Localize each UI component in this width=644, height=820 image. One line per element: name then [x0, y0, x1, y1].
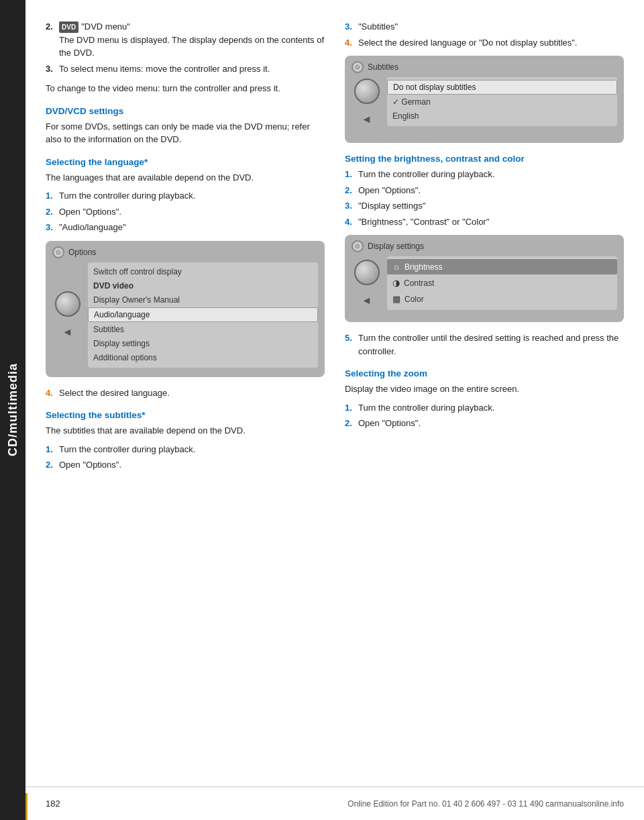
contrast-icon: ◑ [392, 278, 400, 288]
knob-area: ◄ [52, 262, 83, 368]
right-step3-list: 3. "Subtitles" 4. Select the desired lan… [345, 20, 624, 49]
lang-step2-text: Open "Options". [59, 205, 121, 219]
options-title: Options [68, 248, 96, 257]
zoom-desc: Display the video image on the entire sc… [345, 382, 624, 396]
subtitles-step-1: 1. Turn the controller during playback. [46, 443, 325, 456]
display-screenshot: ⊙ Display settings ◄ ☼ Brightness ◑ Cont… [345, 235, 624, 322]
right-step3-text: "Subtitles" [358, 20, 398, 34]
dvd-vcd-heading: DVD/VCD settings [46, 106, 325, 116]
zoom-step-1: 1. Turn the controller during playback. [345, 401, 624, 415]
footer-copyright: Online Edition for Part no. 01 40 2 606 … [347, 799, 624, 809]
step2-list: 2. DVD"DVD menu" The DVD menu is display… [46, 20, 325, 75]
display-inner: ◄ ☼ Brightness ◑ Contrast ▦ Color [352, 256, 617, 310]
right-step4-item: 4. Select the desired language or "Do no… [345, 36, 624, 50]
subtitles-menu-panel: Do not display subtitles German English [387, 77, 617, 126]
brightness-step4-num: 4. [345, 215, 354, 229]
options-screenshot: ⊙ Options ◄ Switch off control display D… [46, 241, 325, 377]
zoom-step-2: 2. Open "Options". [345, 417, 624, 430]
subtitle-english: English [387, 109, 617, 123]
menu-switch-off: Switch off control display [88, 265, 318, 278]
brightness-step1-text: Turn the controller during playback. [358, 168, 494, 181]
step4-item: 4. Select the desired language. [46, 387, 325, 400]
footer-copyright-text: Online Edition for Part no. 01 40 2 606 … [347, 799, 543, 809]
subtitles-screenshot: ⊙ Subtitles ◄ Do not display subtitles G… [345, 56, 624, 143]
brightness-step3-num: 3. [345, 199, 354, 213]
step4-text: Select the desired language. [59, 387, 170, 400]
display-menu-panel: ☼ Brightness ◑ Contrast ▦ Color [387, 256, 617, 310]
options-icon: ⊙ [52, 246, 64, 258]
lang-steps: 1. Turn the controller during playback. … [46, 189, 325, 234]
right-step4-text: Select the desired language or "Do not d… [358, 36, 577, 50]
display-knob [354, 260, 380, 285]
brightness-step3-text: "Display settings" [358, 199, 425, 213]
knob [55, 291, 80, 317]
menu-display-owners: Display Owner's Manual [88, 293, 318, 307]
display-brightness: ☼ Brightness [387, 259, 617, 274]
arrow-left: ◄ [62, 326, 73, 338]
display-icon: ⊙ [352, 240, 364, 252]
right-column: 3. "Subtitles" 4. Select the desired lan… [345, 20, 624, 478]
step2-desc: The DVD menu is displayed. The display d… [59, 35, 324, 58]
display-titlebar: ⊙ Display settings [352, 240, 617, 252]
subtitles-steps: 1. Turn the controller during playback. … [46, 443, 325, 472]
menu-audio-language: Audio/language [88, 307, 318, 322]
subtitles-step2-text: Open "Options". [59, 458, 121, 472]
subtitles-knob [354, 79, 380, 104]
subtitles-step-2: 2. Open "Options". [46, 458, 325, 472]
zoom-step1-text: Turn the controller during playback. [358, 401, 494, 415]
page-number: 182 [46, 799, 60, 809]
subtitles-icon: ⊙ [352, 61, 364, 73]
lang-step-2: 2. Open "Options". [46, 205, 325, 219]
step3-item: 3. To select menu items: move the contro… [46, 62, 325, 76]
menu-subtitles: Subtitles [88, 323, 318, 336]
color-icon: ▦ [392, 294, 400, 304]
right-step3-num: 3. [345, 20, 354, 34]
zoom-step2-text: Open "Options". [358, 417, 421, 430]
step5-text: Turn the controller until the desired se… [358, 331, 624, 358]
lang-step2-num: 2. [46, 205, 55, 219]
subtitles-titlebar: ⊙ Subtitles [352, 61, 617, 73]
brightness-step-4: 4. "Brightness", "Contrast" or "Color" [345, 215, 624, 229]
main-content: 2. DVD"DVD menu" The DVD menu is display… [25, 0, 644, 519]
subtitles-inner: ◄ Do not display subtitles German Englis… [352, 77, 617, 126]
brightness-step-3: 3. "Display settings" [345, 199, 624, 213]
zoom-steps: 1. Turn the controller during playback. … [345, 401, 624, 430]
brightness-step-2: 2. Open "Options". [345, 184, 624, 197]
brightness-step-1: 1. Turn the controller during playback. [345, 168, 624, 181]
footer: 182 Online Edition for Part no. 01 40 2 … [25, 786, 644, 820]
step5-item: 5. Turn the controller until the desired… [345, 331, 624, 358]
lang-step1-num: 1. [46, 189, 55, 203]
step2-text: "DVD menu" [81, 21, 130, 32]
side-tab-label: CD/multimedia [6, 363, 20, 456]
step4-list: 4. Select the desired language. [46, 387, 325, 400]
brightness-step4-text: "Brightness", "Contrast" or "Color" [358, 215, 489, 229]
subtitles-step1-text: Turn the controller during playback. [59, 443, 195, 456]
menu-display-settings: Display settings [88, 337, 318, 350]
zoom-step2-num: 2. [345, 417, 354, 430]
step3-num: 3. [46, 62, 55, 76]
right-step3-item: 3. "Subtitles" [345, 20, 624, 34]
menu-panel: Switch off control display DVD video Dis… [88, 262, 318, 368]
subtitle-do-not-display: Do not display subtitles [387, 80, 617, 95]
zoom-step1-num: 1. [345, 401, 354, 415]
subtitles-arrow: ◄ [362, 113, 372, 125]
menu-additional-options: Additional options [88, 351, 318, 364]
right-step4-num: 4. [345, 36, 354, 50]
side-tab: CD/multimedia [0, 0, 25, 820]
lang-step1-text: Turn the controller during playback. [59, 189, 195, 203]
lang-desc: The languages that are available depend … [46, 171, 325, 185]
options-titlebar: ⊙ Options [52, 246, 318, 258]
lang-step3-num: 3. [46, 221, 55, 234]
color-label: Color [405, 295, 424, 304]
subtitles-step1-num: 1. [46, 443, 55, 456]
step5-list: 5. Turn the controller until the desired… [345, 331, 624, 358]
brightness-heading: Setting the brightness, contrast and col… [345, 154, 624, 164]
options-inner: ◄ Switch off control display DVD video D… [52, 262, 318, 368]
subtitles-knob-area: ◄ [352, 77, 382, 126]
step2-num: 2. [46, 20, 55, 60]
contrast-label: Contrast [404, 278, 434, 288]
dvd-vcd-desc: For some DVDs, settings can only be made… [46, 120, 325, 146]
display-knob-area: ◄ [352, 256, 382, 310]
step2-item: 2. DVD"DVD menu" The DVD menu is display… [46, 20, 325, 60]
subtitle-german: German [387, 95, 617, 109]
